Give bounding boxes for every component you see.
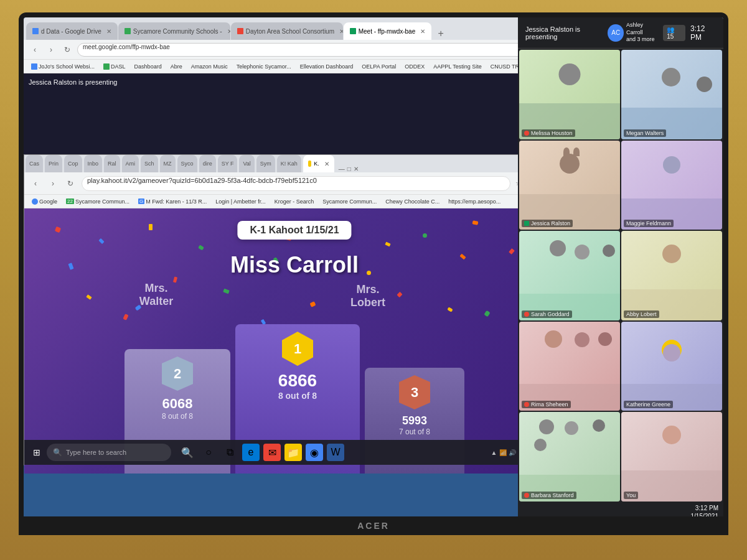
taskbar-mail[interactable]: ✉ bbox=[263, 444, 281, 461]
ktab-sch[interactable]: Sch bbox=[141, 155, 158, 172]
taskbar-chrome[interactable]: ◉ bbox=[306, 444, 323, 461]
video-tile-rima: Rima Sheheen bbox=[519, 322, 620, 411]
maximize-button[interactable]: □ bbox=[347, 166, 351, 172]
tab-drive[interactable]: d Data - Google Drive ✕ bbox=[26, 22, 118, 40]
forward-button[interactable]: › bbox=[45, 44, 57, 56]
bookmark-oelpa[interactable]: OELPA Portal bbox=[359, 63, 398, 70]
k-bookmark-sycamore[interactable]: 22 Sycamore Commun... bbox=[63, 198, 132, 205]
participant-count-badge: 👥 15 bbox=[663, 25, 685, 41]
ktab-sym[interactable]: Sym bbox=[256, 155, 275, 172]
monitor-bottom-bezel: ACER bbox=[19, 516, 728, 535]
confetti-3 bbox=[149, 224, 153, 230]
taskbar-taskview[interactable]: ⧉ bbox=[221, 444, 238, 461]
tab-icon bbox=[237, 28, 243, 34]
confetti-21 bbox=[367, 271, 371, 275]
confetti-14 bbox=[223, 289, 230, 294]
bookmark-aappl[interactable]: AAPPL Testing Site bbox=[431, 63, 484, 70]
windows-desktop: d Data - Google Drive ✕ Sycamore Communi… bbox=[24, 17, 723, 521]
new-tab-button[interactable]: + bbox=[435, 27, 447, 40]
bookmark-favicon bbox=[32, 198, 38, 205]
windows-taskbar: ⊞ 🔍 Type here to search 🔍 ○ ⧉ e ✉ 📁 ◉ W bbox=[24, 440, 566, 465]
bookmark-oddex[interactable]: ODDEX bbox=[402, 63, 427, 70]
k-bookmark-emp[interactable]: https://emp.aesopo... bbox=[446, 198, 503, 205]
classroom-scene-3 bbox=[519, 141, 620, 230]
tab-close[interactable]: ✕ bbox=[106, 28, 111, 35]
participant-name-display: Ashley Carroll and 3 more bbox=[626, 22, 658, 44]
second-detail: 8 out of 8 bbox=[162, 412, 193, 421]
confetti-18 bbox=[68, 263, 73, 269]
classroom-scene-2 bbox=[621, 50, 722, 139]
k-back-button[interactable]: ‹ bbox=[29, 177, 42, 190]
close-button[interactable]: ✕ bbox=[354, 166, 359, 172]
ktab-prin[interactable]: Prin bbox=[45, 155, 62, 172]
mic-icon bbox=[524, 402, 529, 407]
reload-button[interactable]: ↻ bbox=[61, 44, 73, 56]
ktab-cop[interactable]: Cop bbox=[64, 155, 82, 172]
classroom-scene-8 bbox=[621, 322, 722, 411]
ktab-mz[interactable]: MZ bbox=[160, 155, 176, 172]
tab-close-3[interactable]: ✕ bbox=[339, 28, 343, 35]
ktab-ral[interactable]: Ral bbox=[104, 155, 120, 172]
tab-dayton[interactable]: Dayton Area School Consortium ✕ bbox=[231, 22, 343, 40]
classroom-scene-9 bbox=[519, 412, 620, 502]
tab-icon bbox=[125, 28, 131, 34]
bookmark-dasl[interactable]: DASL bbox=[101, 63, 128, 70]
k-reload-button[interactable]: ↻ bbox=[64, 177, 77, 190]
tab-sycamore[interactable]: Sycamore Community Schools - ✕ bbox=[118, 22, 230, 40]
first-score: 6866 bbox=[278, 371, 317, 391]
taskbar-word[interactable]: W bbox=[327, 444, 344, 461]
video-name-maggie: Maggie Feldmann bbox=[624, 220, 674, 227]
taskbar-folder[interactable]: 📁 bbox=[284, 444, 302, 461]
tab-close-k[interactable]: ✕ bbox=[324, 161, 329, 167]
confetti-9 bbox=[423, 233, 427, 238]
video-tile-jessica: Jessica Ralston bbox=[519, 141, 620, 230]
ktab-kah[interactable]: K! Kah bbox=[277, 155, 301, 172]
video-tile-you: You bbox=[621, 412, 722, 502]
k-bookmark-google[interactable]: Google bbox=[29, 198, 60, 205]
bookmark-telephonic[interactable]: Telephonic Sycamor... bbox=[234, 63, 294, 70]
bookmark-abre[interactable]: Abre bbox=[168, 63, 185, 70]
k-forward-button[interactable]: › bbox=[47, 177, 59, 190]
ktab-syf[interactable]: SY F bbox=[218, 155, 238, 172]
person-2 bbox=[575, 332, 590, 347]
ktab-syco[interactable]: Syco bbox=[177, 155, 197, 172]
minimize-button[interactable]: — bbox=[339, 166, 345, 172]
third-detail: 7 out of 8 bbox=[399, 427, 430, 436]
ktab-active[interactable]: K. ✕ bbox=[303, 155, 334, 172]
k-bookmark-chewy[interactable]: Chewy Chocolate C... bbox=[383, 198, 442, 205]
tab-close-2[interactable]: ✕ bbox=[227, 28, 230, 35]
bookmark-ellevation[interactable]: Ellevation Dashboard bbox=[298, 63, 356, 70]
k-bookmark-login[interactable]: Login | Ambetter fr... bbox=[213, 198, 268, 205]
second-score: 6068 bbox=[162, 396, 193, 412]
bookmark-jojo[interactable]: JoJo's School Websi... bbox=[29, 63, 97, 70]
taskbar-search-app[interactable]: 🔍 bbox=[179, 444, 196, 461]
tab-close-4[interactable]: ✕ bbox=[420, 28, 425, 35]
rank-badge-2: 2 bbox=[162, 357, 193, 391]
tab-label: d Data - Google Drive bbox=[41, 28, 101, 35]
ktab-dire[interactable]: dire bbox=[199, 155, 216, 172]
tab-meet[interactable]: Meet - ffp-mwdx-bae ✕ bbox=[344, 22, 432, 40]
confetti-10 bbox=[472, 220, 479, 225]
start-button[interactable]: ⊞ bbox=[29, 446, 44, 459]
ktab-ami[interactable]: Ami bbox=[122, 155, 139, 172]
bookmark-amazon[interactable]: Amazon Music bbox=[189, 63, 230, 70]
k-bookmark-kroger[interactable]: Kroger - Search bbox=[272, 198, 317, 205]
kahoot-url-input[interactable]: play.kahoot.it/v2/gameover?quizId=6b0d1a… bbox=[82, 176, 510, 191]
ktab-inbo[interactable]: Inbo bbox=[84, 155, 103, 172]
taskbar-edge[interactable]: e bbox=[242, 444, 260, 461]
back-button[interactable]: ‹ bbox=[29, 44, 41, 56]
ktab-val[interactable]: Val bbox=[239, 155, 254, 172]
taskbar-cortana[interactable]: ○ bbox=[200, 444, 217, 461]
ktab-cas[interactable]: Cas bbox=[26, 155, 43, 172]
p4 bbox=[534, 439, 547, 451]
meet-top-controls: AC Ashley Carroll and 3 more 👥 15 3:12 P… bbox=[608, 22, 716, 44]
k-bookmark-sycomm[interactable]: Sycamore Commun... bbox=[320, 198, 379, 205]
presenter-label: Jessica Ralston is presenting bbox=[29, 78, 117, 86]
taskbar-search-box[interactable]: 🔍 Type here to search bbox=[47, 444, 171, 461]
person-silhouette bbox=[663, 156, 680, 174]
bookmark-dashboard[interactable]: Dashboard bbox=[132, 63, 164, 70]
confetti-4 bbox=[198, 245, 204, 250]
k-bookmark-mail[interactable]: G M Fwd: Karen - 11/3 R... bbox=[136, 198, 209, 205]
classroom-scene-7 bbox=[519, 322, 620, 411]
person-2 bbox=[575, 245, 590, 259]
